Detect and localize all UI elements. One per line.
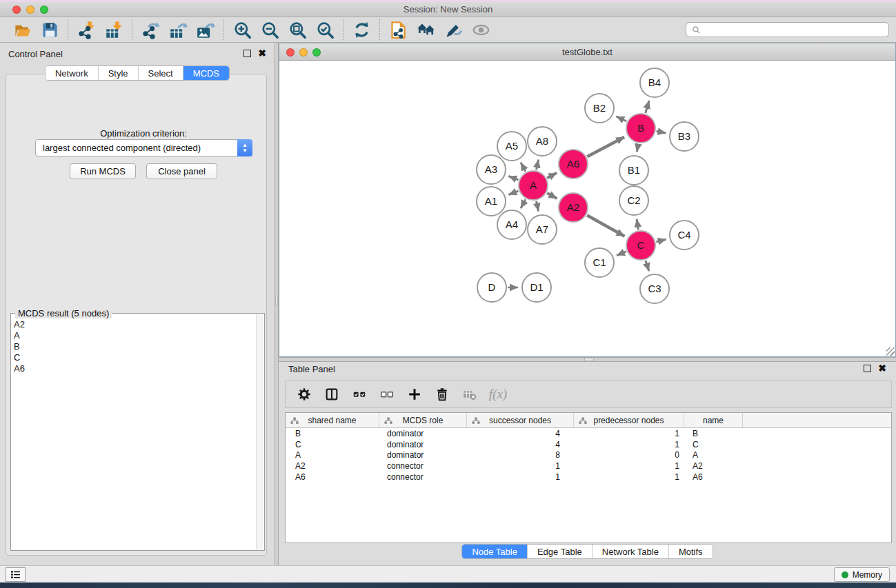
table-cell: 1	[574, 472, 684, 482]
network-canvas[interactable]: B4B2BB3A8A5A6A3B1AC2A1A2A4A7C4CC1C3DD1	[279, 61, 895, 356]
edge-A-A4[interactable]	[521, 199, 526, 208]
create-column-button[interactable]	[403, 383, 426, 405]
edge-A-A3[interactable]	[508, 176, 518, 180]
control-panel-title: Control Panel	[8, 49, 63, 59]
edge-A-A6[interactable]	[547, 173, 557, 178]
network-window-titlebar[interactable]: testGlobe.txt	[279, 43, 895, 61]
search-box[interactable]	[686, 22, 889, 37]
column-header-MCDS-role[interactable]: MCDS role	[379, 413, 467, 427]
select-all-button[interactable]	[348, 383, 371, 405]
toolbar-separator	[132, 19, 132, 40]
table-cell: 4	[467, 429, 574, 438]
tab-edge-table[interactable]: Edge Table	[528, 545, 593, 558]
table-row[interactable]: Adominator80A	[286, 450, 891, 461]
table-cell: C	[684, 440, 743, 449]
table-row[interactable]: Cdominator41C	[286, 439, 891, 450]
edge-A6-B[interactable]	[587, 137, 624, 157]
horizontal-split-divider[interactable]	[279, 357, 896, 362]
main-toolbar	[0, 17, 896, 43]
result-scrollbar[interactable]	[256, 314, 263, 549]
search-input[interactable]	[705, 25, 883, 34]
result-item[interactable]: C	[14, 352, 255, 363]
close-panel-icon[interactable]: ✖	[258, 50, 266, 57]
export-network-button[interactable]	[137, 19, 164, 41]
edge-B-B2[interactable]	[616, 116, 626, 121]
export-table-button[interactable]	[164, 19, 192, 41]
table-row[interactable]: Bdominator41B	[286, 428, 891, 439]
memory-button[interactable]: Memory	[834, 567, 890, 582]
refresh-view-button[interactable]	[348, 19, 375, 41]
edge-A2-C[interactable]	[587, 215, 624, 236]
mcds-result-list: A2ABCA6	[14, 319, 255, 547]
sort-tree-icon	[290, 417, 299, 424]
table-cell: 1	[574, 461, 684, 471]
table-row[interactable]: A2connector11A2	[286, 460, 891, 472]
result-item[interactable]: A	[14, 330, 255, 341]
column-header-successor-nodes[interactable]: successor nodes	[467, 413, 574, 427]
edge-A-A1[interactable]	[508, 191, 518, 194]
close-panel-button[interactable]: Close panel	[146, 163, 217, 179]
edge-B-B1[interactable]	[637, 144, 638, 152]
import-network-button[interactable]	[72, 19, 100, 41]
float-panel-icon[interactable]	[243, 50, 251, 57]
result-item[interactable]: B	[14, 341, 255, 352]
toolbar-separator	[68, 19, 68, 40]
table-settings-button[interactable]	[292, 383, 316, 405]
column-header-predecessor-nodes[interactable]: predecessor nodes	[574, 413, 684, 427]
node-label-B4: B4	[648, 77, 661, 88]
network-from-file-button[interactable]	[384, 19, 412, 41]
float-table-panel-icon[interactable]	[864, 365, 871, 372]
window-resize-grip[interactable]	[886, 347, 895, 356]
open-session-button[interactable]	[8, 19, 36, 41]
edge-C-C3[interactable]	[646, 261, 649, 271]
criterion-dropdown[interactable]: largest connected component (directed) ▲…	[35, 139, 252, 156]
column-header-label: MCDS role	[403, 416, 444, 425]
export-image-button[interactable]	[192, 19, 219, 41]
column-header-name[interactable]: name	[684, 413, 743, 427]
show-hide-annotations-button[interactable]	[439, 19, 467, 41]
table-cell: A6	[286, 472, 379, 482]
sort-tree-icon	[579, 417, 587, 424]
column-visibility-button[interactable]	[320, 383, 344, 405]
edge-C-C2[interactable]	[637, 219, 638, 230]
column-header-shared-name[interactable]: shared name	[286, 413, 379, 427]
edge-A-A8[interactable]	[537, 159, 539, 170]
edge-A-A2[interactable]	[547, 193, 557, 199]
optimization-criterion-label: Optimization criterion:	[6, 128, 281, 139]
tab-mcds[interactable]: MCDS	[183, 66, 229, 80]
edge-A-A5[interactable]	[521, 163, 526, 172]
zoom-out-button[interactable]	[256, 19, 283, 41]
run-mcds-button[interactable]: Run MCDS	[70, 163, 136, 179]
edge-C-C1[interactable]	[617, 252, 626, 256]
edge-B-B3[interactable]	[657, 131, 666, 133]
result-item[interactable]: A2	[14, 319, 255, 330]
tab-network-table[interactable]: Network Table	[593, 545, 669, 558]
edge-C-C4[interactable]	[656, 239, 666, 241]
zoom-selected-icon	[316, 21, 335, 39]
show-hide-graphics-button[interactable]	[467, 19, 495, 41]
close-table-panel-icon[interactable]: ✖	[878, 365, 886, 372]
tab-network[interactable]: Network	[46, 66, 99, 80]
desktop-background-strip	[0, 582, 896, 588]
table-cell: B	[684, 429, 743, 438]
zoom-fit-button[interactable]	[283, 19, 311, 41]
task-history-button[interactable]	[6, 567, 26, 582]
edge-B-B4[interactable]	[646, 101, 649, 113]
delete-column-button[interactable]	[430, 383, 454, 405]
mcds-result-box: MCDS result (5 nodes) A2ABCA6	[10, 313, 265, 551]
tab-style[interactable]: Style	[99, 66, 139, 80]
save-session-button[interactable]	[36, 19, 63, 41]
table-row[interactable]: A6connector11A6	[286, 472, 891, 483]
deselect-all-button[interactable]	[375, 383, 399, 405]
tab-motifs[interactable]: Motifs	[669, 545, 713, 558]
destroy-network-button[interactable]	[412, 19, 439, 41]
result-item[interactable]: A6	[14, 363, 255, 374]
node-label-D: D	[488, 281, 496, 293]
edge-A-A7[interactable]	[537, 201, 539, 212]
zoom-selected-button[interactable]	[311, 19, 339, 41]
tab-select[interactable]: Select	[139, 66, 183, 80]
zoom-in-button[interactable]	[228, 19, 256, 41]
tab-node-table[interactable]: Node Table	[462, 545, 528, 558]
import-table-button[interactable]	[100, 19, 128, 41]
sort-tree-icon	[384, 417, 392, 424]
